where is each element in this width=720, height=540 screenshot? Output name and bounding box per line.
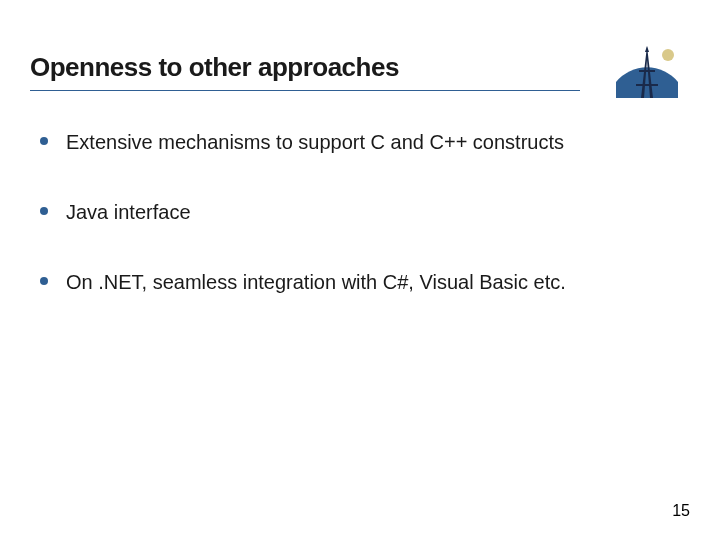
- svg-rect-2: [636, 84, 658, 86]
- svg-point-3: [662, 49, 674, 61]
- logo-eiffel-icon: [616, 40, 678, 98]
- bullet-text: Extensive mechanisms to support C and C+…: [66, 129, 564, 155]
- bullet-text: Java interface: [66, 199, 191, 225]
- slide-content: Extensive mechanisms to support C and C+…: [0, 83, 720, 295]
- slide: Openness to other approaches Extensive m…: [0, 0, 720, 540]
- slide-header: Openness to other approaches: [0, 0, 720, 83]
- bullet-icon: [40, 207, 48, 215]
- list-item: Java interface: [40, 199, 680, 225]
- list-item: On .NET, seamless integration with C#, V…: [40, 269, 680, 295]
- slide-title: Openness to other approaches: [30, 52, 600, 83]
- svg-rect-1: [639, 70, 655, 72]
- bullet-icon: [40, 277, 48, 285]
- bullet-icon: [40, 137, 48, 145]
- title-underline: [30, 90, 580, 91]
- list-item: Extensive mechanisms to support C and C+…: [40, 129, 680, 155]
- page-number: 15: [672, 502, 690, 520]
- bullet-text: On .NET, seamless integration with C#, V…: [66, 269, 566, 295]
